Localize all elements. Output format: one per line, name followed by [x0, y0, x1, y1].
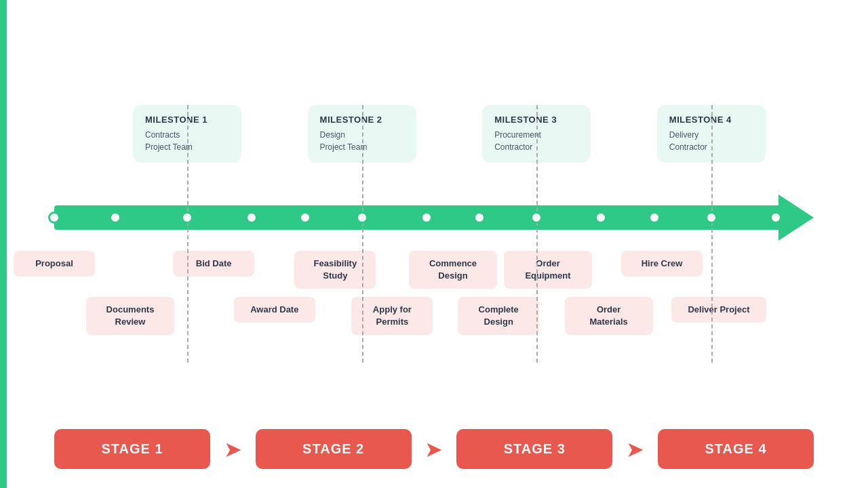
- dashed-line: [187, 105, 189, 363]
- stages-row: STAGE 1➤STAGE 2➤STAGE 3➤STAGE 4: [54, 429, 814, 469]
- task-box: DocumentsReview: [86, 297, 174, 335]
- task-box: OrderEquipment: [504, 251, 592, 289]
- timeline-dot: [473, 211, 486, 224]
- dashed-line: [711, 105, 713, 363]
- timeline-dot: [705, 211, 717, 224]
- task-box: Proposal: [14, 251, 95, 277]
- task-box: Hire Crew: [621, 251, 703, 277]
- stage-button-2[interactable]: STAGE 2: [256, 429, 412, 469]
- timeline-dot: [245, 211, 258, 224]
- timeline-arrow: [778, 195, 814, 241]
- timeline-dot: [48, 211, 60, 224]
- timeline-dot: [530, 211, 542, 224]
- dashed-line: [362, 105, 363, 363]
- task-box: FeasibilityStudy: [294, 251, 376, 289]
- task-box: OrderMaterials: [565, 297, 653, 335]
- page-title: [0, 0, 868, 26]
- timeline-dot: [299, 211, 311, 224]
- stage-arrow-icon: ➤: [224, 436, 242, 462]
- task-box: CommenceDesign: [409, 251, 497, 289]
- timeline-wrapper: MILESTONE 1ContractsProject TeamMILESTON…: [54, 105, 814, 390]
- task-box: Award Date: [234, 297, 315, 323]
- stage-arrow-icon: ➤: [626, 436, 644, 462]
- timeline-dot: [109, 211, 121, 224]
- timeline-dot: [356, 211, 368, 224]
- timeline-dot: [595, 211, 607, 224]
- dashed-line: [536, 105, 538, 363]
- stage-button-1[interactable]: STAGE 1: [54, 429, 210, 469]
- stage-button-4[interactable]: STAGE 4: [658, 429, 814, 469]
- milestones-row: MILESTONE 1ContractsProject TeamMILESTON…: [54, 105, 814, 193]
- timeline-dot: [181, 211, 193, 224]
- timeline-dot: [648, 211, 660, 224]
- timeline-dot: [420, 211, 433, 224]
- task-box: Apply forPermits: [351, 297, 433, 335]
- stage-button-3[interactable]: STAGE 3: [456, 429, 612, 469]
- timeline-dot: [770, 211, 782, 224]
- left-accent-bar: [0, 0, 7, 488]
- stage-arrow-icon: ➤: [425, 436, 443, 462]
- task-box: Bid Date: [173, 251, 254, 277]
- task-box: Deliver Project: [671, 297, 766, 323]
- task-box: CompleteDesign: [458, 297, 539, 335]
- timeline-bar-row: [54, 205, 814, 230]
